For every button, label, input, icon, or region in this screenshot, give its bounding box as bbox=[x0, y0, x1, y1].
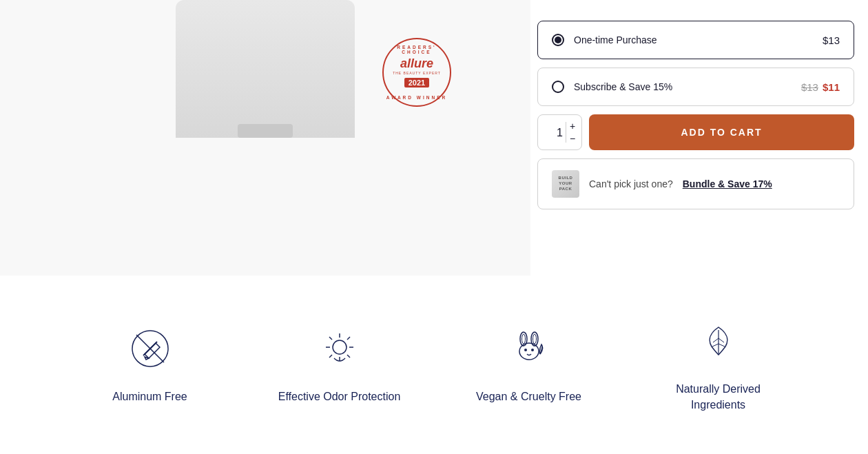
svg-line-24 bbox=[719, 344, 725, 347]
svg-line-11 bbox=[329, 355, 332, 358]
subscribe-original-price: $13 bbox=[801, 81, 818, 93]
one-time-label: One-time Purchase bbox=[574, 34, 823, 45]
svg-point-17 bbox=[524, 349, 527, 351]
allure-brand-name: allure bbox=[400, 57, 433, 70]
feature-aluminum-free: Aluminum Free bbox=[81, 324, 219, 404]
svg-point-18 bbox=[531, 349, 534, 351]
svg-line-23 bbox=[719, 338, 724, 342]
natural-leaf-svg bbox=[698, 320, 739, 362]
one-time-radio[interactable] bbox=[552, 34, 564, 46]
odor-protection-label: Effective Odor Protection bbox=[278, 389, 401, 404]
one-time-purchase-option[interactable]: One-time Purchase $13 bbox=[537, 21, 854, 59]
vegan-cruelty-label: Vegan & Cruelty Free bbox=[476, 389, 581, 404]
bundle-box: BUILDYOURPACK Can't pick just one? Bundl… bbox=[537, 158, 854, 209]
svg-point-15 bbox=[521, 334, 525, 344]
allure-year: 2021 bbox=[404, 78, 429, 87]
product-image bbox=[176, 0, 355, 138]
vegan-cruelty-svg bbox=[508, 328, 550, 369]
odor-protection-svg bbox=[319, 328, 360, 369]
one-time-price: $13 bbox=[823, 34, 840, 46]
quantity-value: 1 bbox=[557, 125, 563, 140]
add-to-cart-button[interactable]: ADD TO CART bbox=[589, 114, 854, 150]
product-image-area: READERS' CHOICE allure THE BEAUTY EXPERT… bbox=[0, 0, 530, 276]
svg-line-9 bbox=[347, 355, 350, 358]
svg-line-22 bbox=[712, 344, 719, 347]
feature-odor-protection: Effective Odor Protection bbox=[271, 324, 409, 404]
aluminum-free-icon bbox=[126, 324, 174, 373]
feature-vegan-cruelty: Vegan & Cruelty Free bbox=[460, 324, 598, 404]
svg-line-21 bbox=[713, 338, 719, 342]
qty-decrease-button[interactable]: − bbox=[567, 133, 578, 144]
allure-badge-circle: READERS' CHOICE allure THE BEAUTY EXPERT… bbox=[382, 38, 451, 107]
allure-sub-text: THE BEAUTY EXPERT bbox=[393, 71, 441, 75]
subscribe-save-option[interactable]: Subscribe & Save 15% $13 $11 bbox=[537, 68, 854, 106]
right-panel: One-time Purchase $13 Subscribe & Save 1… bbox=[530, 0, 868, 276]
allure-award-winner: AWARD WINNER bbox=[384, 95, 450, 100]
bundle-save-link[interactable]: Bundle & Save 17% bbox=[683, 178, 772, 189]
subscribe-radio[interactable] bbox=[552, 81, 564, 93]
allure-badge: READERS' CHOICE allure THE BEAUTY EXPERT… bbox=[382, 38, 458, 114]
svg-line-8 bbox=[329, 337, 332, 340]
qty-increase-button[interactable]: + bbox=[567, 121, 578, 132]
svg-point-16 bbox=[533, 334, 536, 344]
natural-ingredients-icon bbox=[694, 317, 743, 365]
bundle-cant-pick: Can't pick just one? bbox=[589, 178, 673, 189]
no-aluminum-svg bbox=[130, 328, 171, 369]
vegan-cruelty-icon bbox=[505, 324, 553, 373]
subscribe-discounted-price: $11 bbox=[823, 81, 840, 93]
feature-natural-ingredients: Naturally Derived Ingredients bbox=[650, 317, 787, 413]
subscribe-label: Subscribe & Save 15% bbox=[574, 81, 801, 92]
cart-row: 1 + − ADD TO CART bbox=[537, 114, 854, 150]
bundle-image: BUILDYOURPACK bbox=[552, 170, 579, 198]
natural-ingredients-label: Naturally Derived Ingredients bbox=[650, 382, 787, 413]
quantity-box: 1 + − bbox=[537, 114, 582, 150]
odor-protection-icon bbox=[316, 324, 364, 373]
features-section: Aluminum Free Effective Odor Protection bbox=[0, 276, 868, 454]
qty-controls: + − bbox=[567, 121, 578, 144]
allure-readers-choice: READERS' CHOICE bbox=[384, 45, 450, 54]
aluminum-free-label: Aluminum Free bbox=[112, 389, 187, 404]
top-section: READERS' CHOICE allure THE BEAUTY EXPERT… bbox=[0, 0, 868, 276]
qty-divider bbox=[566, 122, 566, 143]
svg-point-3 bbox=[333, 340, 347, 354]
svg-line-10 bbox=[347, 337, 350, 340]
